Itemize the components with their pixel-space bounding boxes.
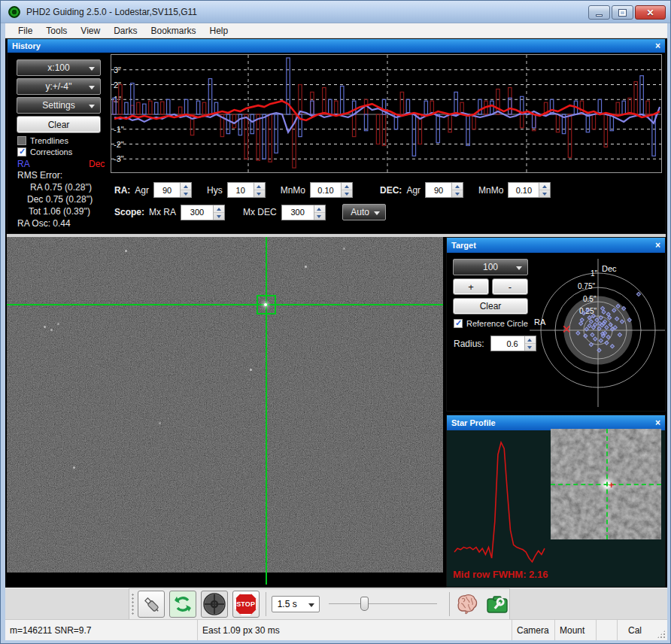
stretch-slider[interactable] (329, 596, 438, 612)
close-button[interactable]: ✕ (635, 5, 666, 20)
rms-dec-value: Dec 0.75 (0.28'') (27, 194, 93, 205)
window-titlebar[interactable]: PHD2 Guiding 2.5.0 - Lodestar,SV115,G11 … (1, 1, 671, 23)
correction-bar (244, 114, 247, 159)
history-clear-button[interactable]: Clear (17, 116, 101, 133)
correction-bar (323, 87, 326, 114)
brain-settings-button[interactable] (455, 592, 479, 616)
correction-bar (311, 92, 314, 114)
correction-bar (335, 101, 338, 114)
slider-thumb[interactable] (360, 597, 369, 611)
corrections-checkbox[interactable] (17, 147, 26, 156)
profile-panel-titlebar[interactable]: Star Profile × (447, 415, 665, 430)
target-zoom-in-button[interactable]: + (453, 278, 489, 295)
toolbar-separator (449, 592, 450, 616)
correction-bar (400, 92, 403, 114)
correction-bar (341, 86, 344, 114)
radius-spinner[interactable]: 0.6 (490, 336, 536, 351)
crosshair-horizontal-line (7, 304, 443, 305)
maximize-button[interactable] (612, 5, 633, 20)
menu-bar: File Tools View Darks Bookmarks Help (5, 23, 667, 38)
rms-tot-value: Tot 1.06 (0.39'') (29, 206, 90, 217)
correction-bar (533, 114, 536, 128)
main-toolbar: STOP 1.5 s (5, 588, 667, 619)
minimize-button[interactable] (588, 5, 610, 20)
trendlines-checkbox[interactable] (17, 136, 26, 145)
mxdec-spinner[interactable]: 300 (281, 205, 326, 220)
mxra-spinner[interactable]: 300 (181, 205, 225, 220)
history-panel-titlebar[interactable]: History × (8, 39, 665, 53)
window-title: PHD2 Guiding 2.5.0 - Lodestar,SV115,G11 (26, 7, 197, 17)
target-close-icon[interactable]: × (655, 241, 660, 250)
chevron-down-icon (516, 266, 522, 270)
target-zoom-out-button[interactable]: - (492, 278, 528, 295)
ra-hys-spinner[interactable]: 10 (227, 182, 266, 198)
minimize-icon (596, 14, 603, 17)
guide-target-icon (203, 593, 226, 615)
menu-darks[interactable]: Darks (107, 24, 144, 38)
field-star[interactable] (73, 466, 75, 469)
history-yscale-dropdown[interactable]: y:+/-4'' (17, 78, 101, 95)
field-star[interactable] (57, 323, 59, 325)
field-star[interactable] (125, 250, 127, 252)
camera-settings-button[interactable] (485, 592, 509, 616)
field-star[interactable] (44, 326, 46, 328)
correction-bar (226, 114, 229, 134)
target-clear-button[interactable]: Clear (453, 298, 528, 314)
target-zoom-dropdown[interactable]: 100 (453, 259, 528, 275)
loop-exposures-button[interactable] (169, 591, 196, 618)
correction-bar (616, 102, 619, 114)
profile-close-icon[interactable]: × (655, 418, 660, 427)
target-panel-titlebar[interactable]: Target × (447, 238, 665, 253)
reference-circle-checkbox[interactable] (454, 319, 463, 328)
status-camera: Camera (512, 620, 555, 640)
stop-button[interactable]: STOP (232, 591, 260, 618)
reference-circle-label: Reference Circle (466, 319, 528, 328)
guide-camera-view[interactable] (7, 237, 443, 588)
menu-bookmarks[interactable]: Bookmarks (144, 24, 203, 38)
menu-view[interactable]: View (74, 24, 107, 38)
field-star[interactable] (50, 329, 53, 331)
history-panel-title: History (12, 41, 41, 50)
correction-bar (604, 114, 607, 147)
connect-equipment-button[interactable] (138, 591, 165, 618)
ra-agr-spinner[interactable]: 90 (153, 182, 192, 198)
chevron-down-icon (89, 86, 95, 90)
fwhm-readout: Mid row FWHM: 2.16 (453, 569, 548, 580)
correction-bar (521, 114, 524, 128)
correction-bar (143, 104, 146, 114)
trendlines-label: Trendlines (30, 136, 68, 145)
phd2-window: PHD2 Guiding 2.5.0 - Lodestar,SV115,G11 … (0, 0, 671, 644)
dec-guide-mode-dropdown[interactable]: Auto (342, 204, 386, 220)
correction-bar (622, 101, 625, 114)
menu-file[interactable]: File (11, 24, 39, 38)
correction-bar (466, 114, 469, 145)
y-axis-tick-label: -3" (114, 154, 124, 163)
guide-button[interactable] (201, 591, 228, 618)
field-star[interactable] (305, 266, 307, 268)
ra-mnmo-spinner[interactable]: 0.10 (310, 182, 353, 198)
field-star[interactable] (250, 369, 252, 371)
menu-help[interactable]: Help (203, 24, 235, 38)
target-scatter-point (636, 293, 640, 296)
correction-bar (490, 101, 493, 114)
ring-label: 1" (591, 269, 598, 278)
guide-star[interactable] (264, 303, 267, 306)
field-star[interactable] (159, 422, 161, 424)
history-close-icon[interactable]: × (655, 41, 660, 50)
field-star[interactable] (343, 248, 345, 250)
mxra-label: Mx RA (149, 207, 176, 217)
history-xscale-dropdown[interactable]: x:100 (17, 59, 101, 76)
menu-tools[interactable]: Tools (39, 24, 74, 38)
correction-bar (125, 102, 128, 114)
dec-agr-spinner[interactable]: 90 (425, 182, 463, 198)
correction-bar (436, 114, 439, 143)
correction-bar (509, 87, 512, 114)
resize-grip[interactable] (657, 630, 666, 639)
corrections-label: Corrections (30, 147, 72, 156)
y-axis-tick-label: -2" (114, 140, 124, 149)
y-axis-tick-label: 3" (114, 65, 121, 74)
toolbar-grip-handle[interactable] (131, 593, 135, 615)
exposure-dropdown[interactable]: 1.5 s (272, 596, 320, 612)
dec-mnmo-spinner[interactable]: 0.10 (508, 182, 551, 198)
history-settings-dropdown[interactable]: Settings (17, 97, 101, 114)
